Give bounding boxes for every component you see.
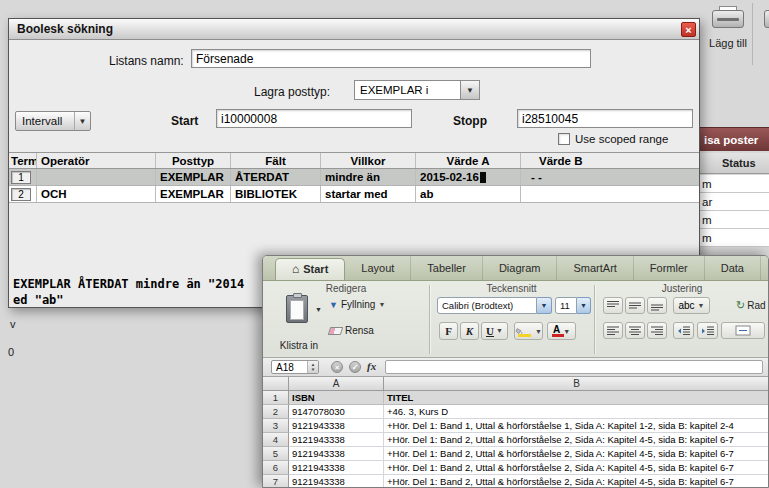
cancel-entry-button[interactable]: × [331, 361, 343, 373]
font-name-value[interactable]: Calibri (Brödtext) [437, 297, 537, 314]
record-type-dropdown-button[interactable]: ▼ [460, 80, 480, 100]
insert-function-button[interactable]: fx [367, 360, 376, 372]
show-records-button[interactable]: isa poster [700, 127, 769, 151]
align-right-button[interactable] [647, 322, 667, 339]
tab-tabeller[interactable]: Tabeller [411, 256, 483, 280]
tab-data[interactable]: Data [705, 256, 761, 280]
grid-cell[interactable]: +Hör. Del 1: Band 2, Uttal & hörförståel… [384, 433, 769, 447]
align-center-button[interactable] [625, 322, 645, 339]
scoped-range-checkbox[interactable] [558, 133, 570, 145]
clear-button[interactable]: Ren [755, 2, 769, 66]
range-mode-select[interactable]: Intervall ▼ [15, 111, 91, 131]
italic-button[interactable]: K [460, 322, 479, 340]
grid-cell[interactable]: 9121943338 [289, 433, 384, 447]
clipboard-icon [286, 295, 308, 323]
paste-button[interactable]: ▼ Klistra in [271, 294, 327, 354]
tab-label: Diagram [499, 262, 541, 274]
tab-layout[interactable]: Layout [345, 256, 411, 280]
cell-villkor[interactable]: mindre än [321, 169, 416, 185]
grid-col-header-b[interactable]: B [384, 377, 769, 391]
grid-cell[interactable]: 9121943338 [289, 447, 384, 461]
ribbon-tab-bar: ⌂ Start Layout Tabeller Diagram SmartArt… [263, 256, 768, 281]
wrap-text-button[interactable]: ↻ Rad [736, 299, 766, 312]
grid-row-header[interactable]: 7 [263, 475, 289, 488]
merge-cells-button[interactable] [721, 322, 765, 339]
grid-cell[interactable]: +46. 3, Kurs D [384, 405, 769, 419]
grid-cell[interactable]: TITEL [384, 391, 769, 405]
grid-cell[interactable]: +Hör. Del 1: Band 1, Uttal & hörförståel… [384, 419, 769, 433]
align-bottom-button[interactable] [647, 297, 667, 314]
header-varde-a: Värde A [416, 153, 521, 168]
stop-input[interactable]: i28510045 [517, 109, 693, 128]
cell-operator[interactable]: OCH [37, 186, 156, 202]
increase-indent-button[interactable] [697, 322, 718, 339]
term-number[interactable]: 2 [11, 188, 31, 201]
row-text-fragment: m [702, 178, 712, 190]
underline-button[interactable]: U ▼ [481, 322, 508, 340]
grid-cell[interactable]: 9121943338 [289, 419, 384, 433]
criteria-row[interactable]: 2 OCH EXEMPLAR BIBLIOTEK startar med ab [9, 186, 699, 203]
grid-cell[interactable]: 9121943338 [289, 461, 384, 475]
name-box-stepper[interactable]: ▲▼ [307, 361, 318, 373]
cell-varde-b[interactable]: - - [521, 169, 699, 185]
list-name-input[interactable]: Försenade [191, 49, 591, 68]
orientation-button[interactable]: abc ▼ [673, 297, 710, 314]
grid-cell[interactable]: 9121943338 [289, 475, 384, 488]
fill-button[interactable]: ▼ Fyllning ▼ [329, 299, 385, 310]
name-box[interactable]: A18 ▲▼ [271, 360, 319, 374]
close-button[interactable]: × [681, 22, 696, 37]
grid-row-header[interactable]: 4 [263, 433, 289, 447]
font-size-value[interactable]: 11 [555, 297, 577, 314]
cell-posttyp[interactable]: EXEMPLAR [156, 169, 231, 185]
align-middle-button[interactable] [625, 297, 645, 314]
grid-row-header[interactable]: 3 [263, 419, 289, 433]
tab-formler[interactable]: Formler [634, 256, 705, 280]
align-top-button[interactable] [603, 297, 623, 314]
grid-row-header[interactable]: 1 [263, 391, 289, 405]
add-button[interactable]: Lägg till [703, 2, 753, 66]
confirm-entry-button[interactable]: ✓ [349, 361, 361, 373]
grid-cell[interactable]: ISBN [289, 391, 384, 405]
formula-input[interactable] [385, 360, 763, 374]
cell-posttyp[interactable]: EXEMPLAR [156, 186, 231, 202]
grid-select-all[interactable] [263, 377, 289, 391]
list-row[interactable]: m [700, 211, 769, 229]
bold-button[interactable]: F [439, 322, 458, 340]
grid-row-header[interactable]: 5 [263, 447, 289, 461]
tab-start[interactable]: ⌂ Start [275, 258, 345, 280]
cell-villkor[interactable]: startar med [321, 186, 416, 202]
dialog-titlebar[interactable]: Boolesk sökning × [9, 19, 699, 40]
start-input[interactable]: i10000008 [216, 109, 412, 128]
clear-formatting-button[interactable]: Rensa [329, 325, 374, 336]
record-type-value[interactable]: EXEMPLAR i [354, 80, 460, 100]
list-row[interactable]: ar [700, 193, 769, 211]
align-left-button[interactable] [603, 322, 623, 339]
group-label-justering: Justering [594, 283, 768, 294]
grid-row-header[interactable]: 6 [263, 461, 289, 475]
decrease-indent-button[interactable] [673, 322, 694, 339]
cell-falt[interactable]: BIBLIOTEK [231, 186, 321, 202]
font-color-button[interactable]: A ▼ [547, 322, 576, 340]
grid-col-header-a[interactable]: A [289, 377, 384, 391]
cell-varde-a[interactable]: ab [416, 186, 521, 202]
cell-falt[interactable]: ÅTERDAT [231, 169, 321, 185]
fill-color-button[interactable]: ▼ [514, 322, 543, 340]
font-size-dropdown-button[interactable]: ▼ [577, 297, 591, 314]
tab-diagram[interactable]: Diagram [483, 256, 558, 280]
grid-cell[interactable]: +Hör. Del 1: Band 2, Uttal & hörförståel… [384, 461, 769, 475]
cell-varde-a[interactable]: 2015-02-16 [416, 169, 521, 185]
grid-cell[interactable]: 9147078030 [289, 405, 384, 419]
grid-cell[interactable]: +Hör. Del 1: Band 2, Uttal & hörförståel… [384, 475, 769, 488]
grid-cell[interactable]: +Hör. Del 1: Band 2, Uttal & hörförståel… [384, 447, 769, 461]
term-number[interactable]: 1 [11, 171, 31, 184]
list-row[interactable]: m [700, 229, 769, 247]
criteria-row[interactable]: 1 EXEMPLAR ÅTERDAT mindre än 2015-02-16 … [9, 169, 699, 186]
cell-operator[interactable] [37, 169, 156, 185]
grid-row-header[interactable]: 2 [263, 405, 289, 419]
tab-smartart[interactable]: SmartArt [557, 256, 633, 280]
list-row[interactable]: m [700, 175, 769, 193]
tab-label: Start [303, 259, 328, 280]
font-name-dropdown-button[interactable]: ▼ [537, 297, 552, 314]
cell-varde-b[interactable] [521, 186, 699, 202]
row-text-fragment: ar [702, 196, 712, 208]
